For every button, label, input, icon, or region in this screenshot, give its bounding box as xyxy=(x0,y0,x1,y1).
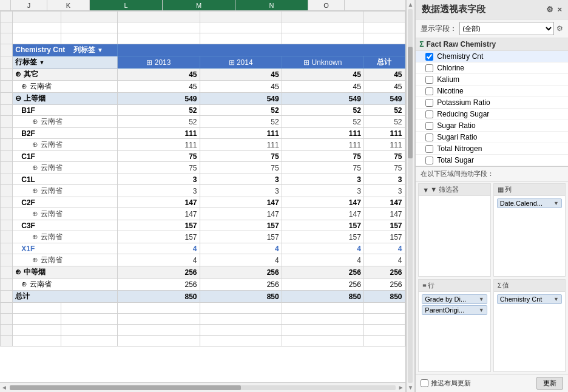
field-item-nicotine[interactable]: Nicotine xyxy=(416,86,568,97)
field-checkbox-nicotine[interactable] xyxy=(425,87,433,95)
value-chip-label: Chemistry Cnt xyxy=(500,296,543,303)
row-chip-2-label: ParentOrigi... xyxy=(425,306,464,314)
pivot-header-row-2: 行标签 ▼ ⊞ 2013 ⊞ 2014 ⊞ Unknown 总计 xyxy=(1,56,405,69)
pivot-table-wrapper[interactable]: Chemistry Cnt 列标签 ▼ 行标签 ▼ ⊞ 201 xyxy=(0,11,405,382)
field-label-chemistry-cnt: Chemistry Cnt xyxy=(437,52,483,61)
field-list-area: Σ Fact Raw Chemistry Chemistry Cnt Chlor… xyxy=(416,38,568,167)
field-item-sugar-ratio[interactable]: Sugar Ratio xyxy=(416,120,568,132)
table-row: ⊕ 云南省 3 3 3 3 xyxy=(1,185,405,197)
field-label-sugari-ratio: Sugari Ratio xyxy=(437,133,477,141)
drag-top-row: ▼ ▼ 筛选器 ▦ 列 Date.Calend... ▼ xyxy=(416,181,568,278)
spreadsheet-area: J K L M N O xyxy=(0,0,406,392)
defer-checkbox[interactable] xyxy=(421,379,428,387)
horizontal-scrollbar[interactable]: ◄ ► xyxy=(0,382,405,392)
col-labels-header: 列标签 xyxy=(73,46,95,54)
field-checkbox-chemistry-cnt[interactable] xyxy=(425,53,433,61)
col-header-o: O xyxy=(308,0,345,10)
field-item-total-nitrogen[interactable]: Total Nitrogen xyxy=(416,143,568,155)
table-row: C2F 147 147 147 147 xyxy=(1,197,405,208)
update-button[interactable]: 更新 xyxy=(536,377,563,390)
pivot-panel: 数据透视表字段 ⚙ × 显示字段： (全部) ⚙ Σ Fact Raw Chem… xyxy=(415,0,568,392)
filter-zone-header: ▼ ▼ 筛选器 xyxy=(419,184,490,196)
field-item-chemistry-cnt[interactable]: Chemistry Cnt xyxy=(416,51,568,63)
col-zone-content[interactable]: Date.Calend... ▼ xyxy=(494,196,565,276)
settings-icon[interactable]: ⚙ xyxy=(546,5,553,14)
sigma-icon: Σ xyxy=(419,40,424,49)
row-zone-icon: ≡ xyxy=(422,282,426,289)
close-icon[interactable]: × xyxy=(557,5,562,14)
field-label-sugar-ratio: Sugar Ratio xyxy=(437,121,475,130)
table-row: C1F 75 75 75 75 xyxy=(1,151,405,162)
field-checkbox-kalium[interactable] xyxy=(425,76,433,84)
pivot-table: Chemistry Cnt 列标签 ▼ 行标签 ▼ ⊞ 201 xyxy=(0,11,405,346)
row-zone-header: ≡ 行 xyxy=(419,280,490,292)
fact-group-header: Σ Fact Raw Chemistry xyxy=(416,38,568,51)
col-header-m: M xyxy=(163,0,235,10)
drag-areas-container: ▼ ▼ 筛选器 ▦ 列 Date.Calend... ▼ xyxy=(416,181,568,374)
value-chip[interactable]: Chemistry Cnt ▼ xyxy=(497,294,562,304)
drag-bottom-row: ≡ 行 Grade by Di... ▼ ParentOrigi... ▼ xyxy=(416,278,568,374)
col-chip[interactable]: Date.Calend... ▼ xyxy=(497,198,562,208)
table-row: B2F 111 111 111 111 xyxy=(1,128,405,139)
field-label-chlorine: Chlorine xyxy=(437,64,464,72)
bottom-area: 推迟布局更新 更新 xyxy=(416,374,568,392)
field-item-sugari-ratio[interactable]: Sugari Ratio xyxy=(416,132,568,143)
vertical-scrollbar[interactable]: ▲ ▼ xyxy=(406,0,416,392)
row-chip-1-arrow-icon: ▼ xyxy=(479,296,484,302)
value-zone-header: Σ 值 xyxy=(494,280,565,292)
table-row: ⊕ 云南省 52 52 52 52 xyxy=(1,116,405,128)
field-checkbox-potassium-ratio[interactable] xyxy=(425,99,433,107)
row-zone-content[interactable]: Grade by Di... ▼ ParentOrigi... ▼ xyxy=(419,292,490,372)
empty-row-after-2 xyxy=(1,314,405,325)
value-chip-arrow-icon: ▼ xyxy=(553,296,559,302)
field-label-reducing-sugar: Reducing Sugar xyxy=(437,110,489,118)
empty-row-after xyxy=(1,303,405,314)
row-chip-2-arrow-icon: ▼ xyxy=(479,307,484,313)
year-2013-header: ⊞ 2013 xyxy=(146,58,171,67)
field-checkbox-sugari-ratio[interactable] xyxy=(425,133,433,141)
empty-row-2 xyxy=(1,22,405,33)
table-row: ⊖ 上等烟 549 549 549 549 xyxy=(1,93,405,105)
field-item-kalium[interactable]: Kalium xyxy=(416,74,568,86)
pivot-panel-header: 数据透视表字段 ⚙ × xyxy=(416,0,568,19)
field-label-total-nitrogen: Total Nitrogen xyxy=(437,144,482,153)
col-header-n: N xyxy=(235,0,308,10)
table-row: ⊕ 云南省 45 45 45 45 xyxy=(1,81,405,93)
field-checkbox-sugar-ratio[interactable] xyxy=(425,122,433,130)
field-filter-row: 显示字段： (全部) ⚙ xyxy=(416,19,568,38)
field-item-chlorine[interactable]: Chlorine xyxy=(416,63,568,74)
row-chip-2[interactable]: ParentOrigi... ▼ xyxy=(422,305,487,315)
row-labels-header: 行标签 xyxy=(15,58,37,66)
filter-zone-icon: ▼ xyxy=(422,186,429,194)
defer-text: 推迟布局更新 xyxy=(431,379,471,388)
pivot-title-cell: Chemistry Cnt xyxy=(15,46,65,54)
field-item-potassium-ratio[interactable]: Potassium Ratio xyxy=(416,97,568,109)
field-checkbox-reducing-sugar[interactable] xyxy=(425,110,433,118)
fact-group-label: Fact Raw Chemistry xyxy=(427,40,496,49)
field-filter-select[interactable]: (全部) xyxy=(459,22,554,35)
filter-zone-content xyxy=(419,196,490,276)
table-row: ⊕ 云南省 147 147 147 147 xyxy=(1,208,405,220)
field-checkbox-total-nitrogen[interactable] xyxy=(425,145,433,153)
table-row: ⊕ 云南省 256 256 256 256 xyxy=(1,279,405,291)
table-row: X1F 4 4 4 4 xyxy=(1,243,405,254)
table-row: C3F 157 157 157 157 xyxy=(1,220,405,231)
defer-label[interactable]: 推迟布局更新 xyxy=(421,379,471,388)
field-item-reducing-sugar[interactable]: Reducing Sugar xyxy=(416,109,568,120)
year-unknown-header: ⊞ Unknown xyxy=(303,58,342,67)
col-zone-icon: ▦ xyxy=(498,186,504,194)
field-checkbox-total-sugar[interactable] xyxy=(425,157,433,164)
table-row: ⊕ 云南省 157 157 157 157 xyxy=(1,231,405,243)
gear-settings-icon[interactable]: ⚙ xyxy=(556,24,563,33)
field-item-total-sugar[interactable]: Total Sugar xyxy=(416,155,568,166)
col-header-l: L xyxy=(90,0,163,10)
empty-row-1 xyxy=(1,12,405,22)
col-zone-header: ▦ 列 xyxy=(494,184,565,196)
field-label-kalium: Kalium xyxy=(437,75,459,84)
table-row: B1F 52 52 52 52 xyxy=(1,105,405,116)
field-checkbox-chlorine[interactable] xyxy=(425,64,433,72)
table-row: ⊕ 云南省 75 75 75 75 xyxy=(1,162,405,174)
value-zone-content[interactable]: Chemistry Cnt ▼ xyxy=(494,292,565,372)
drag-hint: 在以下区域间拖动字段： xyxy=(416,167,568,181)
row-chip-1[interactable]: Grade by Di... ▼ xyxy=(422,294,487,304)
